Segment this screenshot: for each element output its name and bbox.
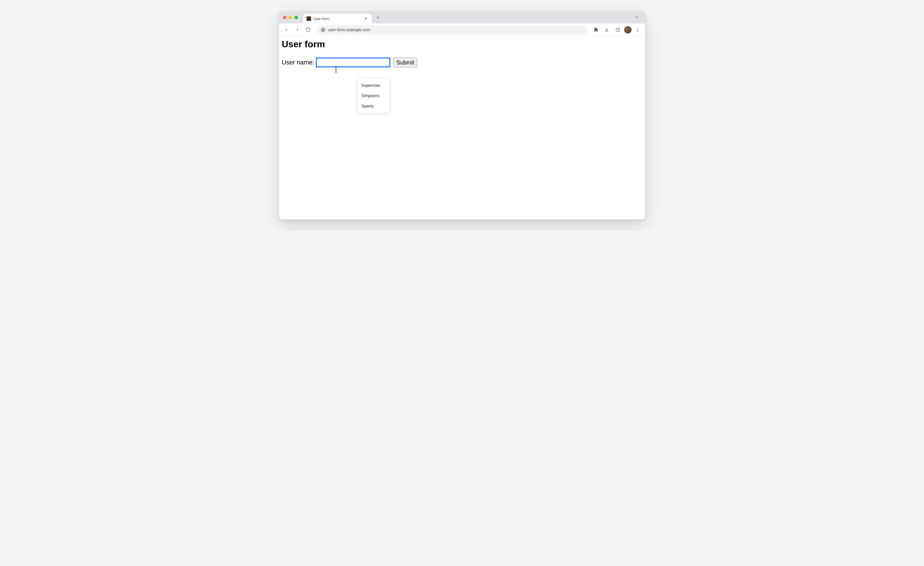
profile-avatar[interactable] [624, 26, 632, 33]
user-form: User name: Submit [282, 57, 642, 67]
new-tab-button[interactable]: + [374, 14, 382, 21]
close-tab-button[interactable]: ✕ [364, 17, 368, 21]
text-cursor-icon [334, 67, 338, 72]
side-panel-button[interactable] [613, 25, 622, 35]
autocomplete-popup: Superman Simpsons Sparta [357, 78, 390, 113]
close-window-button[interactable] [283, 16, 286, 19]
address-bar[interactable]: user-form.example.com [317, 25, 588, 35]
page-title: User form [282, 39, 642, 50]
favicon-icon [306, 17, 311, 21]
page-viewport: User form User name: Submit Superman Sim… [279, 36, 645, 220]
downloads-button[interactable] [602, 25, 612, 35]
autocomplete-item[interactable]: Superman [357, 80, 390, 90]
forward-button[interactable] [293, 25, 302, 35]
submit-button[interactable]: Submit [393, 57, 417, 67]
browser-toolbar: user-form.example.com [279, 24, 645, 36]
svg-rect-1 [616, 28, 620, 31]
maximize-window-button[interactable] [294, 16, 298, 19]
browser-window: User form ✕ + user-form.example.com [279, 12, 645, 220]
extensions-button[interactable] [591, 25, 601, 35]
back-button[interactable] [282, 25, 291, 35]
window-controls [283, 16, 298, 19]
reload-button[interactable] [304, 25, 313, 35]
url-text: user-form.example.com [328, 27, 370, 32]
username-label: User name: [282, 59, 315, 66]
site-info-icon [321, 27, 326, 32]
username-input[interactable] [316, 57, 390, 67]
browser-tab[interactable]: User form ✕ [303, 14, 372, 24]
menu-button[interactable] [633, 25, 642, 35]
minimize-window-button[interactable] [289, 16, 292, 19]
tab-title: User form [314, 17, 362, 21]
autocomplete-item[interactable]: Sparta [357, 101, 390, 111]
autocomplete-item[interactable]: Simpsons [357, 90, 390, 101]
browser-titlebar: User form ✕ + [279, 12, 645, 24]
tabs-dropdown-button[interactable] [633, 14, 641, 21]
